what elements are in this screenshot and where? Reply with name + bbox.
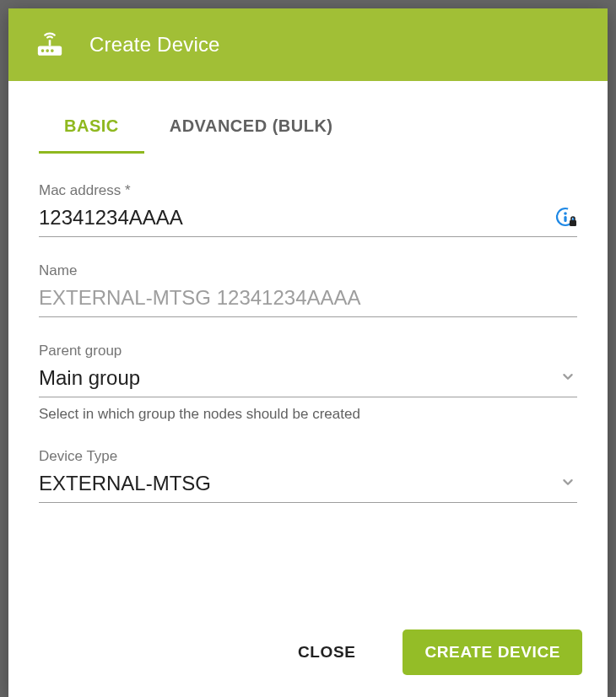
tab-advanced-bulk[interactable]: ADVANCED (BULK): [144, 106, 359, 154]
svg-point-2: [46, 49, 49, 52]
name-label: Name: [39, 262, 577, 279]
dialog-header: Create Device: [8, 8, 608, 81]
dialog-actions: CLOSE CREATE DEVICE: [8, 611, 608, 697]
svg-point-6: [564, 212, 567, 215]
device-type-label: Device Type: [39, 448, 577, 465]
field-mac-address: Mac address *: [39, 182, 577, 237]
field-name: Name: [39, 262, 577, 317]
create-device-dialog: Create Device BASIC ADVANCED (BULK) Mac …: [8, 8, 608, 697]
password-manager-icon[interactable]: [555, 207, 577, 229]
svg-rect-8: [570, 220, 576, 226]
chevron-down-icon: [559, 473, 577, 494]
tab-basic[interactable]: BASIC: [39, 106, 144, 154]
router-icon: [35, 30, 64, 59]
parent-group-value: Main group: [39, 365, 559, 392]
parent-group-helper: Select in which group the nodes should b…: [39, 406, 577, 423]
svg-point-1: [41, 49, 45, 52]
device-type-select[interactable]: EXTERNAL-MTSG: [39, 470, 577, 503]
parent-group-label: Parent group: [39, 343, 577, 359]
device-type-value: EXTERNAL-MTSG: [39, 470, 559, 497]
form-body: Mac address * Name: [8, 154, 608, 611]
dialog-title: Create Device: [89, 33, 220, 57]
field-device-type: Device Type EXTERNAL-MTSG: [39, 448, 577, 503]
svg-point-3: [51, 49, 54, 52]
tabs: BASIC ADVANCED (BULK): [8, 81, 608, 154]
svg-rect-7: [564, 216, 566, 222]
mac-address-input[interactable]: [39, 204, 555, 231]
field-parent-group: Parent group Main group Select in which …: [39, 343, 577, 423]
create-device-button[interactable]: CREATE DEVICE: [403, 629, 582, 675]
close-button[interactable]: CLOSE: [276, 629, 377, 675]
mac-address-label: Mac address *: [39, 182, 577, 199]
chevron-down-icon: [559, 367, 577, 389]
name-input[interactable]: [39, 284, 577, 311]
parent-group-select[interactable]: Main group: [39, 365, 577, 397]
